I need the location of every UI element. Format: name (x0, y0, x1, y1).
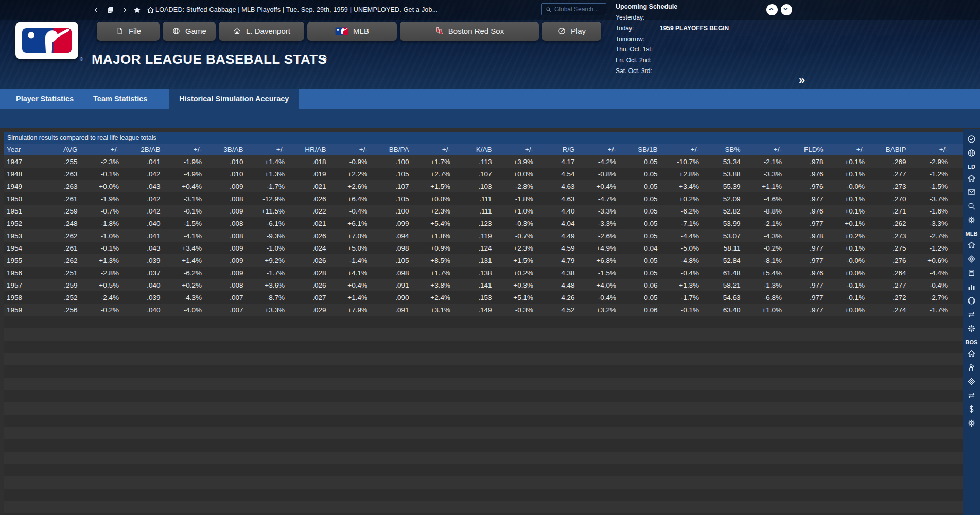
table-row[interactable]: 1948.263-0.1%.042-4.9%.010+1.3%.019+2.2%… (4, 168, 963, 180)
fan-icon[interactable] (967, 363, 976, 372)
column-header[interactable]: AVG (51, 144, 93, 155)
table-row[interactable]: 1951.259-0.7%.042-0.1%.009+11.5%.022-0.4… (4, 205, 963, 217)
home-icon[interactable] (146, 6, 155, 14)
stat-value-cell: 4.52 (549, 304, 590, 316)
stat-value-cell: .091 (383, 279, 425, 291)
table-row[interactable]: 1954.261-0.1%.043+3.4%.009-1.0%.024+5.0%… (4, 242, 963, 254)
column-header[interactable]: SB/1B (632, 144, 673, 155)
finance-icon[interactable] (967, 404, 976, 414)
column-header[interactable]: BB/PA (383, 144, 425, 155)
column-header[interactable]: +/- (342, 144, 383, 155)
check-circle-icon[interactable] (967, 134, 976, 144)
search-input[interactable] (554, 6, 603, 13)
stat-value-cell: .009 (217, 267, 259, 279)
stat-value-cell: .100 (383, 205, 425, 217)
stat-diff-cell: +1.4% (342, 291, 383, 304)
stat-diff-cell: -1.7% (922, 304, 964, 316)
play-button[interactable]: Play (542, 22, 601, 41)
upcoming-schedule: Yesterday:Today:1959 PLAYOFFS BEGINTomor… (616, 14, 729, 78)
column-header[interactable]: +/- (176, 144, 218, 155)
stat-diff-cell: -1.0% (259, 242, 301, 254)
stat-diff-cell: +0.4% (176, 180, 218, 192)
table-row[interactable]: 1950.261-1.9%.042-3.1%.008-12.9%.026+6.4… (4, 192, 963, 205)
stat-value-cell: 53.99 (714, 217, 756, 229)
title-chevron-down-icon[interactable]: » (320, 57, 331, 61)
column-header[interactable]: FLD% (797, 144, 839, 155)
column-header[interactable]: BABIP (880, 144, 922, 155)
column-header[interactable]: +/- (93, 144, 135, 155)
column-header[interactable]: Year (4, 144, 51, 155)
boston-red-sox-button[interactable]: Boston Red Sox (400, 22, 539, 41)
column-header[interactable]: 2B/AB (134, 144, 176, 155)
table-row[interactable]: 1957.259+0.5%.040+0.2%.008+3.6%.026+0.4%… (4, 279, 963, 291)
table-row[interactable]: 1956.251-2.8%.037-6.2%.009-1.7%.028+4.1%… (4, 267, 963, 279)
column-header[interactable]: 3B/AB (217, 144, 259, 155)
global-search-box[interactable] (541, 3, 606, 15)
mail-icon[interactable] (967, 187, 976, 197)
stat-value-cell: .022 (300, 205, 342, 217)
settings-icon[interactable] (967, 215, 976, 225)
column-header[interactable]: +/- (922, 144, 964, 155)
tab-historical-simulation-accuracy[interactable]: Historical Simulation Accuracy (169, 89, 299, 109)
forward-icon[interactable] (119, 6, 128, 14)
table-row[interactable]: 1947.255-2.3%.041-1.9%.010+1.4%.018-0.9%… (4, 155, 963, 168)
field-icon[interactable] (967, 377, 976, 386)
table-row[interactable]: 1959.256-0.2%.040-4.0%.007+3.3%.029+7.9%… (4, 304, 963, 316)
stat-diff-cell: -4.2% (590, 155, 632, 168)
column-header[interactable]: +/- (425, 144, 466, 155)
stat-diff-cell: +3.4% (673, 180, 715, 192)
stat-diff-cell: -3.7% (922, 192, 964, 205)
back-icon[interactable] (93, 6, 101, 14)
expand-schedule-icon[interactable]: » (799, 74, 804, 87)
news-icon[interactable] (967, 268, 976, 278)
home-icon[interactable] (967, 173, 976, 183)
l-davenport-button[interactable]: L. Davenport (219, 22, 304, 41)
table-row[interactable]: 1949.263+0.0%.043+0.4%.009-1.7%.021+2.6%… (4, 180, 963, 192)
transactions-icon[interactable] (967, 310, 976, 319)
stat-diff-cell: +3.9% (507, 155, 549, 168)
stat-value-cell: .007 (217, 291, 259, 304)
mlb-button[interactable]: MLB (307, 22, 397, 41)
column-header[interactable]: HR/AB (300, 144, 342, 155)
year-cell: 1953 (4, 229, 51, 242)
table-row[interactable]: 1958.252-2.4%.039-4.3%.007-8.7%.027+1.4%… (4, 291, 963, 304)
search-icon[interactable] (967, 201, 976, 211)
tab-team-statistics[interactable]: Team Statistics (83, 89, 157, 109)
column-header[interactable]: +/- (756, 144, 798, 155)
stat-value-cell: 0.05 (632, 291, 673, 304)
stat-value-cell: .111 (466, 205, 507, 217)
home-icon[interactable] (967, 349, 976, 359)
column-header[interactable]: +/- (507, 144, 549, 155)
stat-diff-cell: -8.8% (756, 205, 798, 217)
scroll-down-button[interactable] (781, 4, 792, 15)
stats-icon[interactable] (967, 282, 976, 292)
stat-value-cell: .021 (300, 180, 342, 192)
stat-value-cell: .262 (880, 217, 922, 229)
baseball-icon[interactable] (967, 296, 976, 306)
scroll-up-button[interactable] (766, 4, 778, 15)
column-header[interactable]: +/- (839, 144, 881, 155)
column-header[interactable]: R/G (549, 144, 590, 155)
column-header[interactable]: +/- (590, 144, 632, 155)
globe-icon[interactable] (967, 148, 976, 158)
tab-player-statistics[interactable]: Player Statistics (6, 89, 83, 109)
stat-value-cell: .976 (797, 205, 839, 217)
column-header[interactable]: SB% (714, 144, 756, 155)
home-icon[interactable] (967, 240, 976, 250)
stat-diff-cell: -1.7% (259, 267, 301, 279)
star-icon[interactable] (133, 6, 142, 14)
field-icon[interactable] (967, 254, 976, 264)
table-row[interactable]: 1953.262-1.0%.041-4.1%.008-9.3%.026+7.0%… (4, 229, 963, 242)
settings-icon[interactable] (967, 324, 976, 333)
stat-diff-cell: -0.7% (507, 229, 549, 242)
table-row[interactable]: 1955.262+1.3%.039+1.4%.009+9.2%.026-1.4%… (4, 254, 963, 267)
column-header[interactable]: K/AB (466, 144, 507, 155)
pages-icon[interactable] (106, 6, 115, 14)
table-row[interactable]: 1952.248-1.8%.040-1.5%.008-6.1%.021+6.1%… (4, 217, 963, 229)
column-header[interactable]: +/- (259, 144, 301, 155)
game-button[interactable]: Game (163, 22, 216, 41)
settings-icon[interactable] (967, 418, 976, 428)
column-header[interactable]: +/- (673, 144, 715, 155)
file-button[interactable]: File (97, 22, 160, 41)
transactions-icon[interactable] (967, 390, 976, 400)
